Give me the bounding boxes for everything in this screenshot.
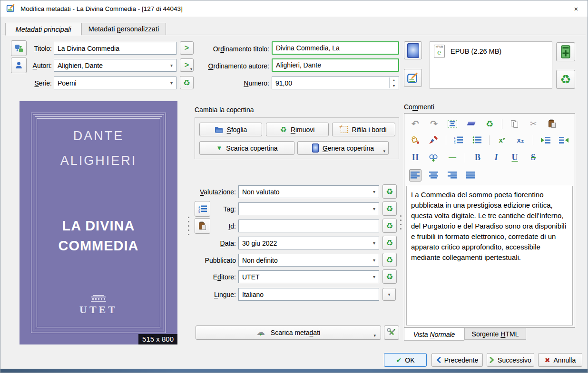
copy-icon[interactable] <box>509 118 521 130</box>
paste-icon[interactable] <box>546 118 558 130</box>
annulla-button[interactable]: ✖ Annulla <box>538 353 582 367</box>
ordinamento-autore-input[interactable]: Alighieri, Dante <box>272 58 399 72</box>
recycle-icon: ♻ <box>183 78 190 88</box>
ordinamento-titolo-input[interactable]: Divina Commedia, La <box>272 41 399 55</box>
cloud-download-icon: ☁ ▾ <box>256 328 267 337</box>
recycle-icon: ♻ <box>386 238 393 248</box>
insert-link-icon[interactable] <box>428 152 440 164</box>
numero-spinner[interactable]: 91,00 ▴ ▾ <box>272 77 399 89</box>
successivo-button[interactable]: Successivo <box>487 353 534 367</box>
valutazione-combo[interactable]: Non valutato ▾ <box>238 185 379 198</box>
ordered-list-icon[interactable]: 123 <box>452 134 465 146</box>
chevron-down-icon: ▾ <box>373 240 375 246</box>
reset-comments-icon[interactable]: ♻ <box>483 118 496 130</box>
bold-icon[interactable]: B <box>471 152 484 164</box>
spinner-arrows[interactable]: ▴ ▾ <box>389 77 398 88</box>
tab-metadati-personalizzati[interactable]: Metadati personalizzati <box>81 23 166 35</box>
trim-icon: ✂ <box>341 126 348 133</box>
rimuovi-button[interactable]: ♻ Rimuovi <box>266 123 329 136</box>
subscript-icon[interactable]: x₂ <box>514 134 527 146</box>
align-left-icon[interactable] <box>409 169 421 182</box>
cover-title-line2: COMMEDIA <box>20 238 177 254</box>
configure-download-button[interactable] <box>384 325 399 340</box>
chevron-down-icon: ▾ <box>170 80 173 86</box>
tag-combo[interactable]: ▾ <box>238 202 379 215</box>
close-icon[interactable]: × <box>568 3 584 14</box>
toolbar-separator <box>489 135 490 145</box>
redo-icon[interactable]: ↷ <box>428 118 440 130</box>
auto-title-sort-button[interactable]: > <box>180 41 194 55</box>
superscript-icon[interactable]: x² <box>496 134 508 146</box>
strikethrough-icon[interactable]: S <box>527 152 539 164</box>
data-combo[interactable]: 30 giu 2022 ▾ <box>238 237 379 249</box>
auto-author-sort-button[interactable]: > ▾ <box>180 58 194 72</box>
cover-preview-button[interactable] <box>404 41 422 59</box>
edit-metadata-button[interactable] <box>404 69 422 87</box>
scarica-copertina-button[interactable]: ▼ Scarica copertina <box>199 141 294 155</box>
indent-icon[interactable] <box>539 134 552 146</box>
underline-icon[interactable]: U <box>509 152 521 164</box>
scarica-metadati-button[interactable]: ☁ ▾ Scarica metadati ▾ <box>196 325 381 340</box>
comments-text-area[interactable]: La Commedia del sommo poeta fiorentino p… <box>406 186 573 325</box>
pubblicato-combo[interactable]: Non definito ▾ <box>238 254 379 267</box>
serie-combo[interactable]: Poemi ▾ <box>54 77 176 89</box>
cover-size-badge: 515 x 800 <box>138 334 177 344</box>
unordered-list-icon[interactable] <box>471 134 483 146</box>
tab-label: Metadati personalizzati <box>88 25 159 33</box>
horizontal-rule-icon[interactable]: — <box>446 152 459 164</box>
splitter-handle-right[interactable] <box>400 215 402 230</box>
swap-icon <box>14 44 24 53</box>
align-right-icon[interactable] <box>446 169 459 182</box>
sfoglia-button[interactable]: Sfoglia <box>199 123 262 136</box>
remove-format-button[interactable]: ♻ <box>556 70 575 89</box>
lingue-combo[interactable]: Italiano <box>238 288 379 301</box>
align-center-icon[interactable] <box>428 169 440 182</box>
valutazione-label: Valutazione: <box>188 185 236 198</box>
id-input[interactable] <box>238 220 379 232</box>
tab-sorgente-html[interactable]: Sorgente HTML <box>464 328 526 340</box>
ok-button[interactable]: ✔ OK <box>384 353 427 367</box>
align-justify-icon[interactable] <box>465 169 477 182</box>
outdent-icon[interactable] <box>558 134 570 146</box>
format-item-epub[interactable]: ePUB ℮ EPUB (2.26 MB) <box>430 42 552 61</box>
add-format-button[interactable] <box>556 42 575 61</box>
tag-editor-button[interactable]: 123 <box>195 201 210 217</box>
paste-identifier-button[interactable] <box>195 218 210 234</box>
tools-icon <box>387 328 396 337</box>
background-color-icon[interactable] <box>409 134 421 146</box>
clear-series-button[interactable]: ♻ <box>180 76 194 89</box>
splitter-handle-left[interactable] <box>188 217 189 235</box>
tab-vista-normale[interactable]: Vista Normale <box>404 328 464 341</box>
clear-pubdate-button[interactable]: ♻ <box>382 253 397 267</box>
clear-id-button[interactable]: ♻ <box>382 219 397 233</box>
recycle-icon: ♻ <box>386 272 393 282</box>
cut-icon[interactable]: ✂ <box>527 118 539 130</box>
book-cover-image[interactable]: DANTE ALIGHIERI LA DIVINA COMMEDIA UTET … <box>20 101 177 344</box>
heading-icon[interactable]: H <box>409 152 421 164</box>
tab-metadati-principali[interactable]: Metadati principali <box>5 23 81 36</box>
rifila-bordi-button[interactable]: ✂ Rifila i bordi <box>332 123 395 136</box>
undo-icon[interactable]: ↶ <box>409 118 421 130</box>
chevron-right-icon <box>490 357 494 363</box>
autori-combo[interactable]: Alighieri, Dante ▾ <box>54 59 176 72</box>
chevron-down-icon: ▾ <box>373 274 375 279</box>
clear-rating-button[interactable]: ♻ <box>382 184 397 199</box>
lingue-dropdown-button[interactable]: ▾ <box>382 288 396 301</box>
check-icon: ✔ <box>396 356 402 364</box>
italic-icon[interactable]: I <box>490 152 502 164</box>
foreground-color-icon[interactable] <box>428 134 440 146</box>
genera-copertina-button[interactable]: Genera copertina ▾ <box>297 141 389 155</box>
titolo-input[interactable]: La Divina Commedia <box>54 42 176 55</box>
chevron-down-icon: ▾ <box>373 189 375 194</box>
toolbar-separator <box>446 135 446 145</box>
clear-tags-button[interactable]: ♻ <box>382 201 397 216</box>
spin-up-icon: ▴ <box>390 77 398 83</box>
precedente-button[interactable]: Precedente <box>431 353 483 367</box>
clear-publisher-button[interactable]: ♻ <box>382 269 397 284</box>
clear-formatting-icon[interactable] <box>465 118 477 130</box>
edit-metadata-dialog: Modifica metadati - La Divina Commedia -… <box>0 0 588 373</box>
recycle-icon: ♻ <box>560 72 571 87</box>
clear-date-button[interactable]: ♻ <box>382 236 397 250</box>
editore-combo[interactable]: UTET ▾ <box>238 270 379 283</box>
select-all-icon[interactable] <box>446 118 459 130</box>
